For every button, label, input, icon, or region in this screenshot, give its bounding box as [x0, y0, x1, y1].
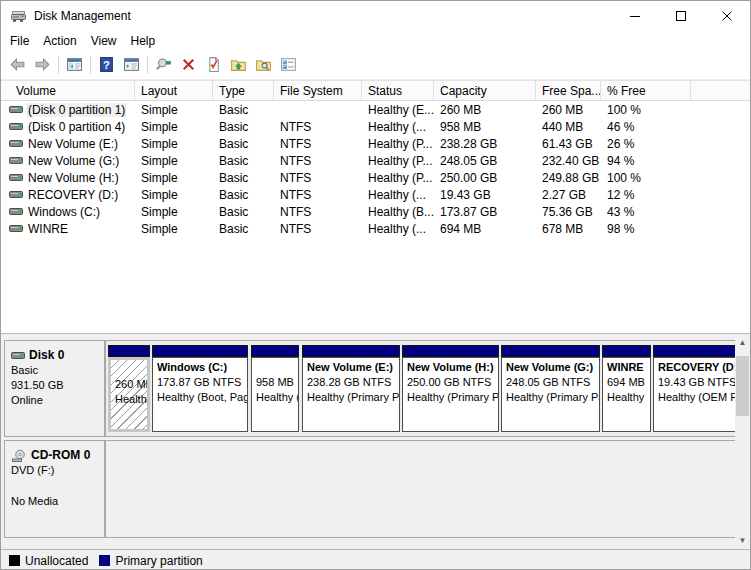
- scrollbar-thumb[interactable]: [736, 356, 749, 416]
- partition-size: 19.43 GB NTFS: [658, 375, 736, 390]
- partition-status: Healthy (Recovery Partition): [256, 390, 298, 405]
- column-header-status[interactable]: Status: [362, 81, 434, 100]
- delete-volume-button[interactable]: [177, 54, 200, 76]
- volume-row[interactable]: New Volume (G:) Simple Basic NTFS Health…: [1, 152, 750, 169]
- folder-search-button[interactable]: [252, 54, 275, 76]
- checklist-button[interactable]: [277, 54, 300, 76]
- volume-name: WINRE: [28, 222, 68, 236]
- menu-view[interactable]: View: [84, 34, 124, 48]
- column-header-type[interactable]: Type: [213, 81, 274, 100]
- column-header-pct-free[interactable]: % Free: [601, 81, 691, 100]
- cdrom-label[interactable]: CD-ROM 0 DVD (F:) No Media: [4, 440, 105, 538]
- volume-capacity: 173.87 GB: [434, 205, 536, 219]
- magnifier-icon: [155, 56, 172, 73]
- menubar: File Action View Help: [1, 31, 750, 50]
- partition-name: WINRE: [607, 360, 650, 375]
- volume-row[interactable]: RECOVERY (D:) Simple Basic NTFS Healthy …: [1, 186, 750, 203]
- primary-partition-swatch: [99, 555, 110, 566]
- maximize-button[interactable]: [658, 1, 704, 31]
- partition-block[interactable]: 260 MB Healthy: [108, 345, 150, 432]
- minimize-button[interactable]: [612, 1, 658, 31]
- partition-name: New Volume (H:): [407, 360, 498, 375]
- partition-status: Healthy (Boot, Page File, Crash Dump, Pr…: [157, 390, 247, 405]
- partition-block[interactable]: RECOVERY (D:) 19.43 GB NTFS Healthy (OEM…: [653, 345, 737, 432]
- volume-status: Healthy (...: [362, 222, 434, 236]
- partition-name: [115, 362, 147, 377]
- partition-block[interactable]: 958 MB Healthy (Recovery Partition): [251, 345, 299, 432]
- volume-row[interactable]: New Volume (E:) Simple Basic NTFS Health…: [1, 135, 750, 152]
- volume-row[interactable]: Windows (C:) Simple Basic NTFS Healthy (…: [1, 203, 750, 220]
- column-header-free-space[interactable]: Free Spa...: [536, 81, 601, 100]
- volume-row[interactable]: (Disk 0 partition 4) Simple Basic NTFS H…: [1, 118, 750, 135]
- cdrom-group: CD-ROM 0 DVD (F:) No Media: [4, 440, 737, 538]
- cdrom-icon: [11, 449, 27, 463]
- partition-block[interactable]: New Volume (E:) 238.28 GB NTFS Healthy (…: [302, 345, 400, 432]
- close-button[interactable]: [704, 1, 750, 31]
- volume-type: Basic: [213, 188, 274, 202]
- partition-block[interactable]: New Volume (H:) 250.00 GB NTFS Healthy (…: [402, 345, 499, 432]
- legend-item-unallocated: Unallocated: [9, 554, 88, 568]
- volume-row[interactable]: (Disk 0 partition 1) Simple Basic Health…: [1, 101, 750, 118]
- column-header-file-system[interactable]: File System: [274, 81, 362, 100]
- action-pane-button[interactable]: [120, 54, 143, 76]
- volume-row[interactable]: New Volume (H:) Simple Basic NTFS Health…: [1, 169, 750, 186]
- forward-button[interactable]: [31, 54, 54, 76]
- partition-body: Windows (C:) 173.87 GB NTFS Healthy (Boo…: [152, 357, 248, 432]
- volume-layout: Simple: [135, 171, 213, 185]
- volume-type: Basic: [213, 205, 274, 219]
- volume-free-space: 61.43 GB: [536, 137, 601, 151]
- partition-block[interactable]: WINRE 694 MB Healthy: [602, 345, 651, 432]
- volume-status: Healthy (B...: [362, 205, 434, 219]
- column-header-filler: [691, 81, 750, 100]
- minimize-icon: [630, 16, 640, 17]
- disk0-label[interactable]: Disk 0 Basic 931.50 GB Online: [4, 340, 105, 437]
- volume-list-body: (Disk 0 partition 1) Simple Basic Health…: [1, 101, 750, 237]
- menu-action[interactable]: Action: [36, 34, 83, 48]
- volume-list-header: Volume Layout Type File System Status Ca…: [1, 81, 750, 101]
- volume-icon: [9, 139, 23, 148]
- partition-type-bar: [302, 345, 400, 357]
- volume-file-system: NTFS: [274, 222, 362, 236]
- folder-up-button[interactable]: [227, 54, 250, 76]
- action-pane-icon: [123, 56, 140, 73]
- console-tree-button[interactable]: [63, 54, 86, 76]
- back-icon: [9, 56, 26, 73]
- help-button[interactable]: ?: [95, 54, 118, 76]
- volume-capacity: 19.43 GB: [434, 188, 536, 202]
- column-header-volume[interactable]: Volume: [3, 81, 135, 100]
- maximize-icon: [676, 11, 686, 21]
- partition-block[interactable]: New Volume (G:) 248.05 GB NTFS Healthy (…: [501, 345, 600, 432]
- column-header-capacity[interactable]: Capacity: [434, 81, 536, 100]
- volume-pct-free: 26 %: [601, 137, 691, 151]
- column-header-layout[interactable]: Layout: [135, 81, 213, 100]
- volume-row[interactable]: WINRE Simple Basic NTFS Healthy (... 694…: [1, 220, 750, 237]
- partition-type-bar: [251, 345, 299, 357]
- menu-help[interactable]: Help: [124, 34, 163, 48]
- partition-status: Healthy: [607, 390, 650, 405]
- volume-name: Windows (C:): [28, 205, 100, 219]
- partition-status: Healthy (OEM Partition): [658, 390, 736, 405]
- partition-size: 250.00 GB NTFS: [407, 375, 498, 390]
- partition-size: 694 MB: [607, 375, 650, 390]
- graph-scrollbar[interactable]: ▲︎ ▼︎: [735, 334, 750, 549]
- volume-free-space: 260 MB: [536, 103, 601, 117]
- back-button[interactable]: [6, 54, 29, 76]
- toolbar: ?: [1, 50, 750, 80]
- volume-type: Basic: [213, 120, 274, 134]
- partition-status: Healthy: [115, 392, 147, 407]
- volume-file-system: NTFS: [274, 205, 362, 219]
- disk-drive-icon: [10, 8, 27, 24]
- volume-pct-free: 100 %: [601, 103, 691, 117]
- scroll-down-icon[interactable]: ▼︎: [735, 533, 750, 548]
- volume-list: Volume Layout Type File System Status Ca…: [1, 80, 750, 333]
- partition-block[interactable]: Windows (C:) 173.87 GB NTFS Healthy (Boo…: [152, 345, 248, 432]
- toolbar-separator: [90, 56, 91, 74]
- volume-icon: [9, 105, 23, 114]
- legend-primary-partition-label: Primary partition: [115, 554, 202, 568]
- magnifier-button[interactable]: [152, 54, 175, 76]
- menu-file[interactable]: File: [3, 34, 36, 48]
- check-document-icon: [205, 56, 222, 73]
- check-document-button[interactable]: [202, 54, 225, 76]
- partition-type-bar: [653, 345, 737, 357]
- scroll-up-icon[interactable]: ▲︎: [735, 335, 750, 350]
